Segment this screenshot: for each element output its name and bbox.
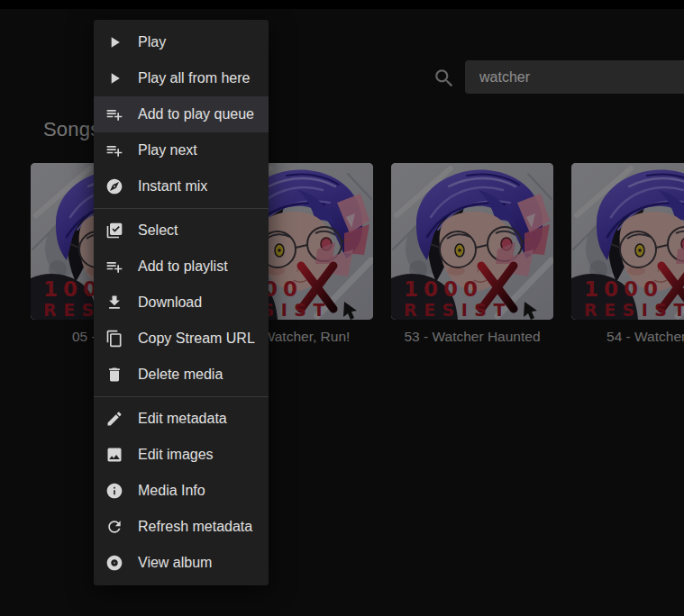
info-icon <box>105 482 123 500</box>
menu-item-delete-media[interactable]: Delete media <box>94 357 269 393</box>
download-icon <box>105 294 123 312</box>
menu-item-add-to-play-queue[interactable]: Add to play queue <box>94 96 269 132</box>
menu-item-label: Delete media <box>138 367 223 383</box>
menu-item-label: Edit metadata <box>138 411 227 427</box>
copy-icon <box>105 330 123 348</box>
menu-item-label: Copy Stream URL <box>138 331 255 347</box>
menu-item-label: Add to play queue <box>138 106 254 122</box>
menu-item-label: Media Info <box>138 483 205 499</box>
menu-item-label: Select <box>138 222 178 239</box>
menu-item-edit-metadata[interactable]: Edit metadata <box>94 401 269 437</box>
play-icon <box>105 69 123 87</box>
menu-item-play[interactable]: Play <box>94 24 269 60</box>
instant-mix-icon <box>105 177 123 195</box>
menu-item-add-to-playlist[interactable]: Add to playlist <box>94 249 269 285</box>
playlist-add-icon <box>105 258 123 276</box>
menu-item-label: View album <box>138 555 212 571</box>
menu-item-refresh-metadata[interactable]: Refresh metadata <box>94 509 269 545</box>
menu-item-media-info[interactable]: Media Info <box>94 473 269 509</box>
menu-item-download[interactable]: Download <box>94 285 269 321</box>
menu-item-label: Instant mix <box>138 178 207 195</box>
select-check-icon <box>105 222 123 240</box>
menu-item-instant-mix[interactable]: Instant mix <box>94 168 269 204</box>
menu-divider <box>94 396 269 397</box>
menu-item-label: Add to playlist <box>138 258 228 275</box>
menu-item-label: Play all from here <box>138 70 251 86</box>
menu-item-label: Play <box>138 34 166 50</box>
playlist-add-icon <box>105 105 123 123</box>
menu-item-edit-images[interactable]: Edit images <box>94 437 269 473</box>
context-menu: Play Play all from here Add to play queu… <box>94 20 269 585</box>
menu-item-select[interactable]: Select <box>94 213 269 249</box>
menu-item-label: Play next <box>138 142 197 159</box>
menu-divider <box>94 208 269 209</box>
menu-item-copy-stream-url[interactable]: Copy Stream URL <box>94 321 269 357</box>
menu-item-label: Refresh metadata <box>138 519 252 535</box>
play-icon <box>105 33 123 51</box>
edit-icon <box>105 410 123 428</box>
menu-item-label: Edit images <box>138 447 214 463</box>
delete-icon <box>105 366 123 384</box>
image-icon <box>105 446 123 464</box>
menu-item-label: Download <box>138 294 202 311</box>
menu-item-play-next[interactable]: Play next <box>94 132 269 168</box>
album-icon <box>105 554 123 572</box>
playlist-add-icon <box>105 141 123 159</box>
app-window: Songs 05 - Watcher 52 - Watcher, Run! 53… <box>0 0 684 616</box>
menu-item-play-all-from-here[interactable]: Play all from here <box>94 60 269 96</box>
menu-item-view-album[interactable]: View album <box>94 545 269 581</box>
refresh-icon <box>105 518 123 536</box>
